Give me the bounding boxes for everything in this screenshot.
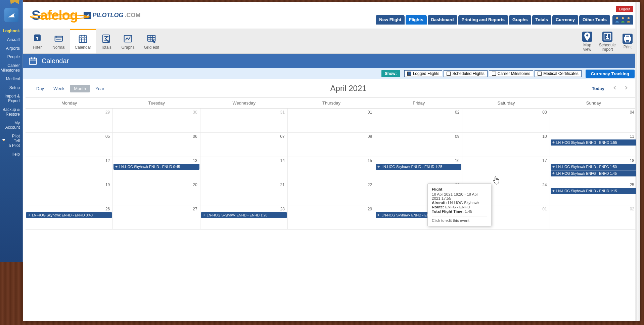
flight-event[interactable]: ✈LN-HOG Skyhawk ENHD - ENHD 1:20 (201, 212, 287, 218)
day-number: 08 (368, 134, 372, 139)
nav-tab-dashboard[interactable]: Dashboard (428, 15, 457, 25)
day-cell[interactable]: 30 (113, 109, 200, 133)
flight-event[interactable]: ✈LN-HOG Skyhawk ENHD - ENHD 1:25 (376, 164, 461, 170)
filter-career-milestones[interactable]: Career Milestones (489, 70, 533, 77)
tool-grid-edit[interactable]: Grid edit (139, 29, 164, 53)
logout-button[interactable]: Logout (616, 6, 633, 12)
day-cell[interactable]: 06 (113, 133, 200, 157)
svg-rect-22 (148, 35, 155, 41)
flight-event[interactable]: ✈LN-HOG Skyhawk ENHD - ENHD 0:45 (113, 164, 199, 170)
sidebar-item-import-export[interactable]: Import & Export (0, 92, 22, 106)
plane-icon: ✈ (552, 189, 555, 193)
day-cell[interactable]: 19 (26, 181, 113, 205)
svg-point-20 (108, 41, 109, 42)
weekday-header: Tuesday (113, 98, 200, 109)
day-number: 19 (105, 182, 110, 187)
flight-event[interactable]: ✈LN-HOG Skyhawk ENHD - ENHD 1:15 (551, 188, 636, 194)
day-cell[interactable]: 26✈LN-HOG Skyhawk ENHD - ENHD 0:40 (26, 205, 113, 230)
day-number: 22 (368, 182, 372, 187)
day-number: 29 (105, 110, 110, 115)
tool-graphs[interactable]: Graphs (117, 29, 139, 53)
day-cell[interactable]: 14 (200, 157, 288, 181)
tool-filter[interactable]: Filter (27, 29, 48, 53)
day-cell[interactable]: 25✈LN-HOG Skyhawk ENHD - ENHD 1:15 (550, 181, 637, 205)
nav-tab-new-flight[interactable]: New Flight (376, 15, 405, 25)
day-cell[interactable]: 27 (113, 205, 200, 230)
day-number: 24 (542, 182, 547, 187)
day-cell[interactable]: 12 (26, 157, 113, 181)
day-cell[interactable]: 08 (288, 133, 375, 157)
prev-month-button[interactable] (610, 83, 619, 93)
sidebar-item-logbook[interactable]: Logbook (0, 27, 22, 36)
sidebar-item-help[interactable]: Help (0, 150, 22, 159)
day-number: 09 (455, 134, 459, 139)
day-number: 05 (105, 134, 110, 139)
flight-event[interactable]: ✈LN-HOG Skyhawk ENFG - ENHD 1:45 (551, 170, 636, 176)
day-cell[interactable]: 29 (288, 205, 375, 230)
tool-calendar[interactable]: Calendar (70, 29, 96, 53)
day-cell[interactable]: 04 (550, 109, 637, 133)
day-cell[interactable]: 07 (200, 133, 288, 157)
svg-point-5 (628, 17, 630, 19)
tool-print[interactable]: Print (619, 29, 636, 53)
day-cell[interactable]: 05 (26, 133, 113, 157)
plane-icon: ✈ (552, 165, 555, 168)
view-tab-day[interactable]: Day (32, 85, 48, 92)
nav-tab-graphs[interactable]: Graphs (509, 15, 531, 25)
nav-tab-other-tools[interactable]: Other Tools (579, 15, 610, 25)
next-month-button[interactable] (622, 83, 631, 93)
day-cell[interactable]: 03 (462, 109, 550, 133)
day-cell[interactable]: 31 (200, 109, 288, 133)
day-cell[interactable]: 16✈LN-HOG Skyhawk ENHD - ENHD 1:25 (375, 157, 462, 181)
day-number: 29 (368, 207, 372, 211)
day-cell[interactable]: 01 (288, 109, 375, 133)
sidebar-item-setup[interactable]: Setup (0, 84, 22, 92)
day-cell[interactable]: 22 (288, 181, 375, 205)
day-cell[interactable]: 21 (200, 181, 288, 205)
filter-medical-certificates[interactable]: Medical Certificates (535, 70, 582, 77)
filter-scheduled-flights[interactable]: Scheduled Flights (444, 70, 487, 77)
nav-tab-currency[interactable]: Currency (552, 15, 578, 25)
nav-tab-flights[interactable]: Flights (406, 15, 427, 25)
day-cell[interactable]: 17 (462, 157, 550, 181)
sidebar-item-airports[interactable]: Airports (0, 44, 22, 53)
tool-totals[interactable]: Totals (96, 29, 117, 53)
sidebar-item-aircraft[interactable]: Aircraft (0, 36, 22, 44)
day-number: 12 (105, 158, 110, 163)
user-icons[interactable] (612, 15, 633, 25)
view-tab-year[interactable]: Year (91, 85, 108, 92)
day-cell[interactable]: 13✈LN-HOG Skyhawk ENHD - ENHD 0:45 (113, 157, 200, 181)
currency-tracking-button[interactable]: Currency Tracking (586, 70, 635, 78)
sidebar-item-people[interactable]: People (0, 53, 22, 62)
pilotlog-badge: PILOTLOG.COM (84, 12, 140, 19)
day-cell[interactable]: 20 (113, 181, 200, 205)
day-cell[interactable]: 09 (375, 133, 462, 157)
nav-tab-printing-and-reports[interactable]: Printing and Reports (458, 15, 508, 25)
main-page: Safelog PILOTLOG.COM Logout New FlightFl… (23, 2, 640, 321)
sidebar-item-medical[interactable]: Medical (0, 75, 22, 84)
day-cell[interactable]: 11✈LN-HOG Skyhawk ENHD - ENHD 1:55 (550, 133, 637, 157)
nav-tab-totals[interactable]: Totals (532, 15, 551, 25)
sidebar-item-career-milestones[interactable]: Career Milestones (0, 62, 22, 75)
view-tab-month[interactable]: Month (70, 85, 90, 92)
day-cell[interactable]: 02 (375, 109, 462, 133)
day-cell[interactable]: 29 (26, 109, 113, 133)
flight-event[interactable]: ✈LN-HOG Skyhawk ENHD - ENFG 1:50 (551, 164, 636, 170)
tool-schedule-import[interactable]: Schedule import (596, 29, 619, 53)
tool-map-view[interactable]: Map view (579, 29, 596, 53)
day-cell[interactable]: 18✈LN-HOG Skyhawk ENHD - ENFG 1:50✈LN-HO… (550, 157, 637, 181)
flight-event[interactable]: ✈LN-HOG Skyhawk ENHD - ENHD 0:40 (26, 212, 112, 218)
filter-logged-flights[interactable]: Logged Flights (404, 70, 443, 77)
tool-normal[interactable]: Normal (48, 29, 70, 53)
sidebar-item-pilot-tell-a-pilot[interactable]: Pilot Tell a Pilot (0, 132, 22, 150)
day-number: 26 (105, 207, 110, 211)
today-button[interactable]: Today (589, 85, 608, 92)
day-cell[interactable]: 10 (462, 133, 550, 157)
day-cell[interactable]: 15 (288, 157, 375, 181)
day-cell[interactable]: 02 (550, 205, 637, 230)
day-cell[interactable]: 28✈LN-HOG Skyhawk ENHD - ENHD 1:20 (200, 205, 288, 230)
view-tab-week[interactable]: Week (49, 85, 68, 92)
sidebar-item-my-account[interactable]: My Account (0, 119, 22, 132)
flight-event[interactable]: ✈LN-HOG Skyhawk ENHD - ENHD 1:55 (551, 139, 636, 146)
sidebar-item-backup-restore[interactable]: Backup & Restore (0, 106, 22, 119)
